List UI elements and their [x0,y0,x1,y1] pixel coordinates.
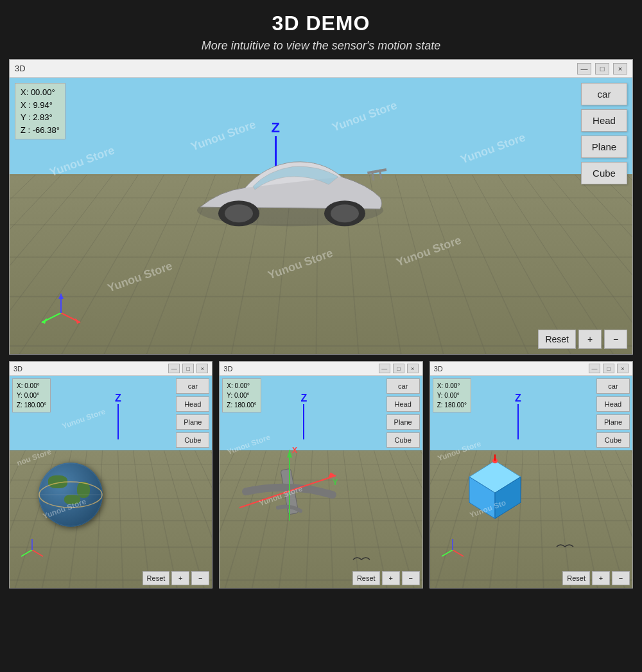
sw1-plane-btn[interactable]: Plane [176,414,209,430]
watermark-4: Yunou Store [459,131,528,167]
sw3-head-btn[interactable]: Head [596,396,630,412]
svg-point-2 [225,204,253,222]
sw1-maximize[interactable]: □ [182,364,194,373]
svg-marker-24 [287,450,292,457]
small-titlebar-1: 3D — □ × [10,362,212,376]
sw3-buttons: car Head Plane Cube [596,378,630,448]
sw3-z-axis: Z [515,393,521,439]
sw2-minimize[interactable]: — [379,364,390,373]
sw2-plus-btn[interactable]: + [382,571,400,585]
sw1-minus-btn[interactable]: − [191,571,209,585]
minus-button[interactable]: − [604,330,627,349]
sw3-close[interactable]: × [617,364,629,373]
svg-line-17 [32,550,43,556]
cube-button[interactable]: Cube [581,162,627,184]
sw1-cube-btn[interactable]: Cube [176,432,209,448]
sw2-cube-btn[interactable]: Cube [386,432,420,448]
sw2-maximize[interactable]: □ [393,364,404,373]
viewport-overlay: X: 00.00° X : 9.94° Y : 2.83° Z : -66.38… [10,78,632,354]
globe-model [39,463,103,527]
sw3-maximize[interactable]: □ [603,364,614,373]
small-title-2: 3D [223,365,232,373]
sw3-birds [555,540,575,556]
minimize-button[interactable]: — [577,63,591,75]
watermark-3: Yunou Store [331,99,399,135]
sensor-x: X : 9.94° [21,99,60,112]
cube-model [453,454,537,540]
small-titlebar-2: 3D — □ × [220,362,422,376]
plane-button[interactable]: Plane [581,136,627,158]
sw3-bottom-controls: Reset + − [562,571,630,585]
sw1-close[interactable]: × [196,364,208,373]
sw1-sensor-y: Y: 0.00° [17,391,46,400]
sw2-minus-btn[interactable]: − [402,571,420,585]
sw2-reset-btn[interactable]: Reset [352,571,380,585]
sw2-head-btn[interactable]: Head [386,396,420,412]
sw3-minus-btn[interactable]: − [612,571,630,585]
sw3-reset-btn[interactable]: Reset [562,571,590,585]
small-viewport-1: X: 0.00° Y: 0.00° Z: 180.00° Z [10,376,212,588]
sw3-sensor-z: Z: 180.00° [437,400,467,410]
main-titlebar: 3D — □ × [10,60,632,78]
z-axis-label: Z [271,119,279,136]
bottom-axes [35,287,87,341]
sw2-plane-btn[interactable]: Plane [386,414,420,430]
sw3-sensor-x: X: 0.00° [437,381,467,391]
sw2-close[interactable]: × [407,364,419,373]
page-title: 3D DEMO [0,12,642,35]
car-model [181,139,399,245]
sw1-minimize[interactable]: — [168,364,180,373]
bottom-controls: Reset + − [538,330,627,349]
sw1-head-btn[interactable]: Head [176,396,209,412]
sensor-label: X: 00.00° [21,86,60,99]
small-win-controls-2: — □ × [379,364,419,373]
watermark-6: Yunou Store [266,247,335,283]
sw3-cube-btn[interactable]: Cube [596,432,630,448]
svg-line-18 [21,550,32,556]
close-button[interactable]: × [613,63,627,75]
sw2-z-axis: Z [300,393,307,439]
watermark-7: Yunou Store [395,234,464,270]
sw1-plus-btn[interactable]: + [171,571,189,585]
main-window-title: 3D [15,64,26,73]
svg-text:Y: Y [333,478,338,487]
small-viewport-3: X: 0.00° Y: 0.00° Z: 180.00° Z [430,376,632,588]
small-window-3: 3D — □ × X: 0.00° Y: 0.00° Z: 180.00° Z [429,361,633,588]
reset-button[interactable]: Reset [538,330,576,349]
plane-model: Y X [233,443,349,529]
sw1-car-btn[interactable]: car [176,378,209,394]
sw3-plus-btn[interactable]: + [592,571,610,585]
sw3-minimize[interactable]: — [589,364,600,373]
sw2-sensor-y: Y: 0.00° [227,391,256,400]
svg-rect-5 [367,168,386,174]
main-window-controls: — □ × [577,63,627,75]
head-button[interactable]: Head [581,109,627,132]
sw3-plane-btn[interactable]: Plane [596,414,630,430]
sw3-sensor-info: X: 0.00° Y: 0.00° Z: 180.00° [433,378,471,412]
svg-marker-13 [58,294,64,299]
main-viewport: X: 00.00° X : 9.94° Y : 2.83° Z : -66.38… [10,78,632,354]
sw2-sensor-info: X: 0.00° Y: 0.00° Z: 180.00° [222,378,261,412]
sw2-bottom-controls: Reset + − [352,571,420,585]
sw1-sensor-z: Z: 180.00° [17,400,46,410]
small-win-controls-3: — □ × [589,364,629,373]
svg-line-33 [442,550,453,556]
sw3-sensor-y: Y: 0.00° [437,391,467,400]
sw1-buttons: car Head Plane Cube [176,378,209,448]
sw1-reset-btn[interactable]: Reset [143,571,170,585]
sw1-sensor-info: X: 0.00° Y: 0.00° Z: 180.00° [12,378,51,412]
page-subtitle: More intuitive to view the sensor's moti… [0,39,642,53]
buttons-panel: car Head Plane Cube [581,83,627,184]
sensor-z: Z : -66.38° [21,124,60,137]
watermark-1: Yunou Store [48,144,117,180]
sw2-car-btn[interactable]: car [386,378,420,394]
page-header: 3D DEMO More intuitive to view the senso… [0,0,642,59]
car-button[interactable]: car [581,83,627,105]
plus-button[interactable]: + [578,330,602,349]
maximize-button[interactable]: □ [595,63,609,75]
svg-line-32 [453,550,464,556]
watermark-5: Yunou Store [106,260,175,296]
main-window: 3D — □ × X: 00.00° X : 9.94° Y : 2.83° Z… [9,59,633,355]
sw3-car-btn[interactable]: car [596,378,630,394]
small-windows-row: 3D — □ × X: 0.00° Y: 0.00° Z: 180.00° Z [9,361,633,588]
